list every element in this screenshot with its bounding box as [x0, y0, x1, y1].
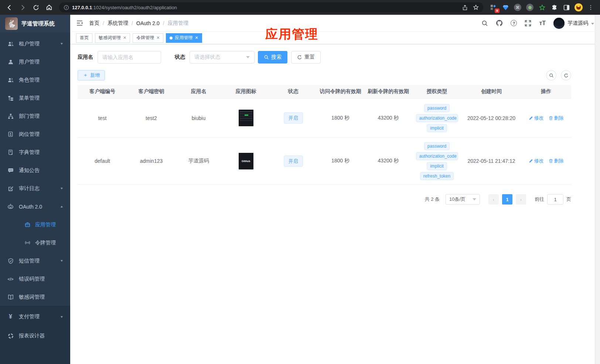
sidebar-bottom-section: ¥ 支付管理 ▼ 报表设计器 — [0, 306, 70, 364]
page-size-select[interactable]: 10条/页 — [446, 194, 480, 205]
app-name: biubiu — [175, 99, 222, 137]
status-badge: 开启 — [284, 155, 303, 167]
breadcrumb-oauth[interactable]: OAuth 2.0 — [136, 20, 160, 26]
sidebar-item-oauth-token[interactable]: 令牌管理 — [0, 234, 70, 252]
header-search-icon[interactable] — [481, 20, 488, 27]
next-page-button[interactable]: › — [516, 194, 526, 205]
sidebar-item-tenant[interactable]: 租户管理 ▼ — [0, 35, 70, 53]
page-number-current[interactable]: 1 — [502, 194, 512, 205]
reload-icon[interactable] — [30, 2, 41, 13]
annotation-text: 应用管理 — [265, 26, 318, 43]
chevron-down-icon: ▼ — [60, 315, 64, 319]
sidebar-item-report-designer[interactable]: 报表设计器 — [0, 326, 70, 346]
sidebar-item-dept[interactable]: 部门管理 — [0, 107, 70, 125]
close-icon[interactable]: ✕ — [195, 35, 198, 40]
delete-button[interactable]: 删除 — [549, 158, 564, 164]
star-extension-icon[interactable] — [538, 3, 546, 11]
close-icon[interactable]: ✕ — [123, 35, 126, 40]
app-logo-row[interactable]: 🐇 芋道管理系统 — [0, 15, 70, 32]
command-extension-icon[interactable]: ⌘ — [514, 3, 522, 11]
sidebar-item-errcode[interactable]: </> 错误码管理 — [0, 270, 70, 288]
close-icon[interactable]: ✕ — [156, 35, 160, 40]
browser-menu-icon[interactable]: ⋮ — [587, 3, 595, 11]
sidebar-fold-icon[interactable] — [76, 20, 83, 27]
prev-page-button[interactable]: ‹ — [488, 194, 499, 205]
recorder-extension-icon[interactable] — [526, 3, 534, 11]
sidebar-item-user[interactable]: 用户管理 — [0, 53, 70, 71]
sidebar-item-menu[interactable]: 菜单管理 — [0, 89, 70, 107]
extension-grid-icon[interactable]: 9 — [489, 3, 497, 11]
sidebar-item-role[interactable]: 角色管理 — [0, 71, 70, 89]
reset-button[interactable]: 重置 — [291, 51, 321, 63]
pagination: 共 2 条 10条/页 ‹ 1 › 前往 页 — [78, 194, 571, 205]
bookmark-star-icon[interactable] — [473, 4, 479, 10]
shield-check-icon — [7, 258, 14, 264]
search-button[interactable]: 搜索 — [258, 51, 287, 63]
access-token-ttl: 1800 秒 — [316, 99, 365, 137]
app-name-input[interactable] — [98, 51, 161, 63]
sidebar: 🐇 芋道管理系统 租户管理 ▼ 用户管理 角色管理 菜单管理 部门管理 岗位管理 — [0, 15, 70, 364]
sidebar-item-sms[interactable]: 短信管理 ▼ — [0, 252, 70, 270]
share-icon[interactable] — [462, 5, 468, 10]
address-bar[interactable]: 127.0.0.1:1024/system/oauth2/oauth2/appl… — [59, 2, 483, 13]
navbar: 首页 / 系统管理 / OAuth 2.0 / 应用管理 ? ᴛT 芋道源码 — [70, 15, 600, 32]
goto-page-input[interactable] — [547, 194, 563, 205]
tab-application-active[interactable]: 应用管理✕ — [166, 33, 202, 43]
tab-sensitive-word[interactable]: 敏感词管理✕ — [95, 33, 130, 43]
tree-list-icon — [7, 95, 14, 101]
site-info-icon[interactable] — [64, 5, 69, 10]
help-icon[interactable]: ? — [511, 20, 517, 26]
puzzle-extensions-icon[interactable] — [550, 3, 558, 11]
tab-token[interactable]: 令牌管理✕ — [133, 33, 163, 43]
client-secret: test2 — [127, 99, 175, 137]
browser-extensions: 9 ⌘ ⋮ — [488, 3, 596, 11]
signal-waves-icon — [24, 240, 31, 246]
app-icon-thumbnail: GitHub — [239, 153, 253, 169]
chevron-down-icon: ▼ — [60, 187, 64, 190]
sidebar-item-dict[interactable]: 字典管理 — [0, 143, 70, 161]
sidebar-item-oauth[interactable]: OAuth 2.0 ▲ — [0, 198, 70, 216]
profile-avatar-icon[interactable] — [575, 3, 583, 11]
total-count: 共 2 条 — [425, 196, 440, 203]
table-header: 客户端编号 客户端密钥 应用名 应用图标 状态 访问令牌的有效期 刷新令牌的有效… — [78, 85, 571, 99]
edit-button[interactable]: 修改 — [529, 158, 544, 164]
github-icon[interactable] — [496, 20, 503, 27]
created-time: 2022-05-12 00:28:20 — [462, 99, 521, 137]
scrollbar-gutter[interactable] — [595, 15, 600, 364]
sidebar-item-pay[interactable]: ¥ 支付管理 ▼ — [0, 307, 70, 326]
status-select[interactable]: 请选择状态 — [190, 51, 255, 63]
font-size-icon[interactable]: ᴛT — [539, 20, 546, 27]
sidebar-item-notice[interactable]: 通知公告 — [0, 161, 70, 179]
code-icon: </> — [7, 276, 14, 282]
forward-icon[interactable] — [17, 2, 28, 13]
chat-bubble-icon — [7, 167, 14, 174]
tags-view: 首页 敏感词管理✕ 令牌管理✕ 应用管理✕ — [70, 32, 600, 44]
gem-extension-icon[interactable] — [501, 3, 509, 11]
tab-home[interactable]: 首页 — [76, 33, 92, 43]
breadcrumb-system[interactable]: 系统管理 — [108, 20, 128, 27]
edit-button[interactable]: 修改 — [529, 115, 544, 121]
goto-label: 前往 — [535, 196, 544, 203]
extension-badge: 9 — [495, 8, 500, 13]
plus-icon: ＋ — [83, 72, 88, 79]
client-secret: admin123 — [127, 138, 175, 184]
sidebar-item-audit-log[interactable]: 审计日志 ▼ — [0, 179, 70, 198]
status-label: 状态 — [175, 54, 185, 61]
sidebar-item-sensitive-word[interactable]: 敏感词管理 — [0, 288, 70, 306]
toggle-search-icon[interactable] — [546, 70, 556, 80]
sidebar-item-post[interactable]: 岗位管理 — [0, 125, 70, 143]
user-menu[interactable]: 芋道源码 — [553, 18, 594, 29]
breadcrumb-home[interactable]: 首页 — [89, 20, 99, 27]
grant-tag: implicit — [427, 162, 447, 170]
refresh-icon[interactable] — [561, 70, 571, 80]
home-icon[interactable] — [44, 2, 55, 13]
sidebar-item-oauth-application[interactable]: 应用管理 — [0, 216, 70, 234]
sidepanel-icon[interactable] — [562, 3, 570, 11]
applications-table: 客户端编号 客户端密钥 应用名 应用图标 状态 访问令牌的有效期 刷新令牌的有效… — [78, 85, 571, 185]
delete-button[interactable]: 删除 — [549, 115, 564, 121]
fullscreen-icon[interactable] — [525, 20, 531, 27]
add-button[interactable]: ＋ 新增 — [78, 70, 105, 80]
refresh-token-ttl: 43200 秒 — [365, 99, 412, 137]
active-dot — [170, 37, 173, 40]
back-icon[interactable] — [4, 2, 15, 13]
